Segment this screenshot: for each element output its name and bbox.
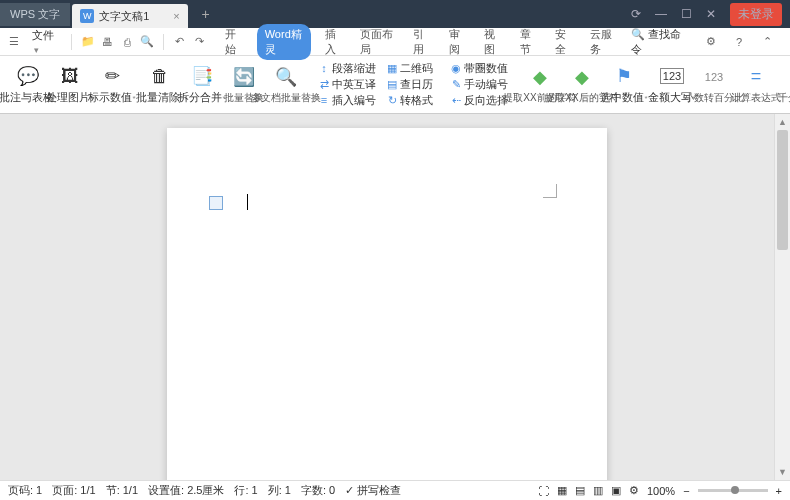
sync-icon[interactable]: ⟳ bbox=[631, 7, 641, 21]
status-chars[interactable]: 字数: 0 bbox=[301, 483, 335, 498]
status-pages[interactable]: 页面: 1/1 bbox=[52, 483, 95, 498]
help-icon[interactable]: ? bbox=[730, 33, 748, 51]
redo-icon[interactable]: ↷ bbox=[192, 33, 208, 51]
mini-convert[interactable]: ↻转格式 bbox=[386, 93, 440, 108]
zoom-value[interactable]: 100% bbox=[647, 485, 675, 497]
tab-view[interactable]: 视图 bbox=[480, 24, 505, 60]
login-button[interactable]: 未登录 bbox=[730, 3, 782, 26]
document-area bbox=[0, 114, 774, 480]
mini-translate[interactable]: ⇄中英互译 bbox=[318, 77, 376, 92]
command-search[interactable]: 🔍 查找命令 bbox=[625, 25, 690, 59]
ribbon-image[interactable]: 🖼处理图片* bbox=[50, 62, 90, 107]
status-line[interactable]: 行: 1 bbox=[234, 483, 257, 498]
mini-calendar[interactable]: ▤查日历 bbox=[386, 77, 440, 92]
zoom-out-icon[interactable]: − bbox=[683, 485, 689, 497]
collapse-ribbon-icon[interactable]: ⌃ bbox=[758, 33, 776, 51]
vertical-scrollbar[interactable]: ▲ ▼ bbox=[774, 114, 790, 480]
minimize-icon[interactable]: — bbox=[655, 7, 667, 21]
status-right: ⛶ ▦ ▤ ▥ ▣ ⚙ 100% − + bbox=[538, 484, 782, 497]
view-settings-icon[interactable]: ⚙ bbox=[629, 484, 639, 497]
maximize-icon[interactable]: ☐ bbox=[681, 7, 692, 21]
separator bbox=[163, 34, 164, 50]
ribbon-extract-after[interactable]: ◆提取XX后的字符 bbox=[562, 63, 602, 107]
zoom-slider[interactable] bbox=[698, 489, 768, 492]
scroll-down-icon[interactable]: ▼ bbox=[775, 464, 790, 480]
status-spellcheck[interactable]: ✓ 拼写检查 bbox=[345, 483, 401, 498]
status-page-num[interactable]: 页码: 1 bbox=[8, 483, 42, 498]
ribbon-tabs: 开始 Word精灵 插入 页面布局 引用 审阅 视图 章节 安全 云服务 bbox=[221, 24, 620, 60]
menubar: ☰ 文件▾ 📁 🖶 ⎙ 🔍 ↶ ↷ 开始 Word精灵 插入 页面布局 引用 审… bbox=[0, 28, 790, 56]
tab-review[interactable]: 审阅 bbox=[445, 24, 470, 60]
app-label: WPS 文字 bbox=[0, 3, 70, 26]
ribbon-mark-value[interactable]: ✏标示数值* bbox=[92, 62, 132, 107]
ribbon-decimal-percent[interactable]: 123小数转百分比 bbox=[694, 63, 734, 107]
doc-icon: W bbox=[80, 9, 94, 23]
tab-security[interactable]: 安全 bbox=[551, 24, 576, 60]
menu-icon[interactable]: ☰ bbox=[6, 33, 22, 51]
ribbon-split-merge[interactable]: 📑拆分合并* bbox=[182, 62, 222, 107]
mini-manual-num[interactable]: ✎手动编号 bbox=[450, 77, 508, 92]
ribbon-mini-group: ↕段落缩进 ▦二维码 ◉带圈数值 ⇄中英互译 ▤查日历 ✎手动编号 ≡插入编号 … bbox=[314, 61, 512, 108]
view-print-icon[interactable]: ▦ bbox=[557, 484, 567, 497]
file-menu[interactable]: 文件▾ bbox=[26, 26, 63, 57]
ribbon-calc-expr[interactable]: =计算表达式 bbox=[736, 63, 776, 107]
tab-insert[interactable]: 插入 bbox=[321, 24, 346, 60]
margin-corner-icon bbox=[543, 184, 557, 198]
settings-icon[interactable]: ⚙ bbox=[702, 33, 720, 51]
tab-word-assistant[interactable]: Word精灵 bbox=[257, 24, 311, 60]
ribbon: 💬批注与表格* 🖼处理图片* ✏标示数值* 🗑批量清除* 📑拆分合并* 🔄批量替… bbox=[0, 56, 790, 114]
view-fullscreen-icon[interactable]: ⛶ bbox=[538, 485, 549, 497]
open-icon[interactable]: 📁 bbox=[80, 33, 96, 51]
zoom-thumb[interactable] bbox=[731, 486, 739, 494]
status-col[interactable]: 列: 1 bbox=[268, 483, 291, 498]
paragraph-mark-icon[interactable] bbox=[209, 196, 223, 210]
tab-chapter[interactable]: 章节 bbox=[516, 24, 541, 60]
ribbon-multi-replace[interactable]: 🔍多文档批量替换 bbox=[266, 63, 306, 107]
tab-reference[interactable]: 引用 bbox=[409, 24, 434, 60]
doc-title: 文字文稿1 bbox=[99, 9, 149, 24]
preview-icon[interactable]: 🔍 bbox=[139, 33, 155, 51]
mini-insert-num[interactable]: ≡插入编号 bbox=[318, 93, 376, 108]
text-cursor bbox=[247, 194, 248, 210]
zoom-in-icon[interactable]: + bbox=[776, 485, 782, 497]
tab-cloud[interactable]: 云服务 bbox=[586, 24, 620, 60]
mini-indent[interactable]: ↕段落缩进 bbox=[318, 61, 376, 76]
ribbon-batch-clear[interactable]: 🗑批量清除* bbox=[140, 62, 180, 107]
ribbon-thousand-sep[interactable]: "千分位分 bbox=[778, 63, 790, 107]
ribbon-comment-table[interactable]: 💬批注与表格* bbox=[8, 62, 48, 107]
view-web-icon[interactable]: ▥ bbox=[593, 484, 603, 497]
view-read-icon[interactable]: ▣ bbox=[611, 484, 621, 497]
close-icon[interactable]: ✕ bbox=[706, 7, 716, 21]
print-icon[interactable]: ⎙ bbox=[119, 33, 135, 51]
document-page[interactable] bbox=[167, 128, 607, 480]
new-tab-button[interactable]: + bbox=[196, 4, 216, 24]
ribbon-select-num[interactable]: ⚑选中数值* bbox=[604, 62, 644, 107]
tab-layout[interactable]: 页面布局 bbox=[356, 24, 399, 60]
status-position[interactable]: 设置值: 2.5厘米 bbox=[148, 483, 224, 498]
statusbar: 页码: 1 页面: 1/1 节: 1/1 设置值: 2.5厘米 行: 1 列: … bbox=[0, 480, 790, 500]
mini-reverse-sel[interactable]: ⇠反向选择 bbox=[450, 93, 508, 108]
status-section[interactable]: 节: 1/1 bbox=[106, 483, 138, 498]
scroll-thumb[interactable] bbox=[777, 130, 788, 250]
mini-qrcode[interactable]: ▦二维码 bbox=[386, 61, 440, 76]
menubar-right: ⚙ ? ⌃ bbox=[694, 33, 784, 51]
scroll-up-icon[interactable]: ▲ bbox=[775, 114, 790, 130]
document-tab[interactable]: W 文字文稿1 × bbox=[72, 4, 188, 28]
close-tab-icon[interactable]: × bbox=[173, 10, 179, 22]
window-controls: ⟳ — ☐ ✕ 未登录 bbox=[631, 3, 790, 26]
view-outline-icon[interactable]: ▤ bbox=[575, 484, 585, 497]
undo-icon[interactable]: ↶ bbox=[172, 33, 188, 51]
mini-circle-num[interactable]: ◉带圈数值 bbox=[450, 61, 508, 76]
separator bbox=[71, 34, 72, 50]
tab-start[interactable]: 开始 bbox=[221, 24, 246, 60]
save-icon[interactable]: 🖶 bbox=[100, 33, 116, 51]
